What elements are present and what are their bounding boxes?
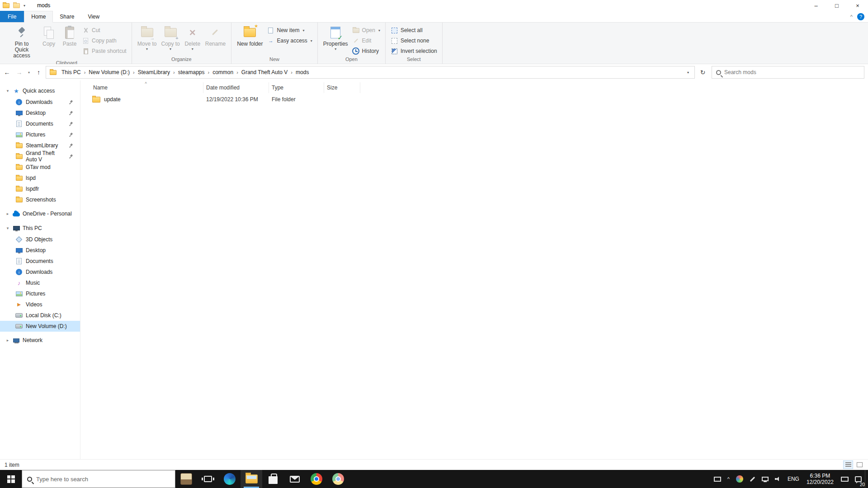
copy-button[interactable]: Copy xyxy=(39,24,59,48)
tray-display-button[interactable] xyxy=(711,470,724,488)
move-to-button[interactable]: → Move to ▾ xyxy=(136,24,159,52)
sidebar-item-lspdfr[interactable]: lspdfr xyxy=(0,183,80,194)
taskbar-search-box[interactable] xyxy=(22,470,175,488)
pin-to-quick-access-button[interactable]: Pin to Quick access xyxy=(5,24,38,60)
close-button[interactable]: × xyxy=(847,0,868,11)
breadcrumb-item-current[interactable]: mods xyxy=(292,66,312,78)
mail-button[interactable] xyxy=(284,470,306,488)
column-header-date-modified[interactable]: Date modified xyxy=(203,82,269,93)
task-view-button[interactable] xyxy=(197,470,219,488)
chevron-right-icon[interactable]: ▸ xyxy=(5,211,10,216)
up-button[interactable]: ↑ xyxy=(33,66,45,78)
edit-button[interactable]: Edit xyxy=(351,36,382,45)
sidebar-group-onedrive[interactable]: ▸ OneDrive - Personal xyxy=(0,208,80,220)
qat-customize-dropdown[interactable]: ▾ xyxy=(24,4,25,8)
cut-button[interactable]: Cut xyxy=(80,26,128,35)
select-none-button[interactable]: Select none xyxy=(389,36,439,45)
maximize-button[interactable]: □ xyxy=(826,0,847,11)
sidebar-item-videos[interactable]: ▶ Videos xyxy=(0,299,80,310)
tab-home[interactable]: Home xyxy=(24,11,53,23)
start-button[interactable] xyxy=(0,470,22,488)
select-all-button[interactable]: Select all xyxy=(389,26,439,35)
copy-path-button[interactable]: Copy path xyxy=(80,36,128,45)
search-input[interactable] xyxy=(724,69,860,75)
address-dropdown-icon[interactable]: ▾ xyxy=(684,70,693,75)
taskbar-clock[interactable]: 6:36 PM 12/20/2022 xyxy=(802,470,838,488)
breadcrumb-item[interactable]: SteamLibrary xyxy=(135,66,173,78)
tray-network-button[interactable] xyxy=(759,470,772,488)
search-box[interactable] xyxy=(712,66,864,79)
chevron-down-icon[interactable]: ▾ xyxy=(5,226,10,230)
history-button[interactable]: History xyxy=(351,47,382,56)
tab-file[interactable]: File xyxy=(0,11,24,22)
browser-secondary-button[interactable] xyxy=(327,470,349,488)
language-indicator[interactable]: ENG xyxy=(784,470,802,488)
minimize-ribbon-icon[interactable]: ^ xyxy=(850,14,853,19)
sidebar-item-pc-downloads[interactable]: ↓ Downloads xyxy=(0,267,80,277)
touch-keyboard-button[interactable] xyxy=(838,470,852,488)
chevron-down-icon[interactable]: ▾ xyxy=(5,89,10,93)
sidebar-item-steamlibrary[interactable]: SteamLibrary xyxy=(0,140,80,151)
new-item-button[interactable]: New item ▾ xyxy=(265,26,313,35)
tray-pen-button[interactable] xyxy=(746,470,759,488)
sidebar-group-quick-access[interactable]: ▾ ★ Quick access xyxy=(0,85,80,97)
sidebar-group-this-pc[interactable]: ▾ This PC xyxy=(0,222,80,234)
pinned-thumbnail-button[interactable] xyxy=(175,470,197,488)
sidebar-item-desktop[interactable]: Desktop xyxy=(0,108,80,118)
details-view-button[interactable] xyxy=(843,460,853,469)
sidebar-item-3d-objects[interactable]: 3D Objects xyxy=(0,234,80,245)
sidebar-item-local-disk-c[interactable]: Local Disk (C:) xyxy=(0,310,80,321)
copy-to-button[interactable]: + Copy to ▾ xyxy=(159,24,181,52)
sidebar-group-network[interactable]: ▸ Network xyxy=(0,334,80,346)
column-header-size[interactable]: Size xyxy=(324,82,360,93)
action-center-button[interactable]: 20 xyxy=(852,470,865,488)
show-desktop-button[interactable] xyxy=(865,470,868,488)
sidebar-item-gtav-mod[interactable]: GTav mod xyxy=(0,162,80,173)
easy-access-button[interactable]: → Easy access ▾ xyxy=(265,36,313,45)
sidebar-item-pictures[interactable]: Pictures xyxy=(0,129,80,140)
breadcrumb-item[interactable]: steamapps xyxy=(175,66,208,78)
store-button[interactable] xyxy=(262,470,284,488)
forward-button[interactable]: → xyxy=(13,66,25,78)
chrome-button[interactable] xyxy=(306,470,327,488)
qat-folder-icon[interactable] xyxy=(13,3,20,8)
edge-button[interactable] xyxy=(219,470,241,488)
sidebar-item-pc-documents[interactable]: Documents xyxy=(0,256,80,267)
sidebar-item-documents[interactable]: Documents xyxy=(0,118,80,129)
file-row-update[interactable]: update 12/19/2022 10:36 PM File folder xyxy=(90,93,868,106)
rename-button[interactable]: Rename xyxy=(203,24,227,48)
refresh-button[interactable]: ↻ xyxy=(697,66,709,78)
sidebar-item-lspd[interactable]: lspd xyxy=(0,173,80,183)
recent-locations-dropdown[interactable]: ▾ xyxy=(25,66,33,78)
breadcrumb-item[interactable]: This PC xyxy=(58,66,84,78)
help-icon[interactable]: ? xyxy=(857,13,864,20)
invert-selection-button[interactable]: Invert selection xyxy=(389,47,439,56)
hidden-icons-button[interactable]: ^ xyxy=(724,470,733,488)
sidebar-item-downloads[interactable]: ↓ Downloads xyxy=(0,97,80,108)
column-header-name[interactable]: ^ Name xyxy=(90,82,203,93)
tray-volume-button[interactable] xyxy=(772,470,784,488)
breadcrumb-item[interactable]: Grand Theft Auto V xyxy=(238,66,291,78)
open-button[interactable]: Open ▾ xyxy=(351,26,382,35)
sidebar-item-screenshots[interactable]: Screenshots xyxy=(0,194,80,205)
file-explorer-button[interactable] xyxy=(241,470,262,488)
sidebar-item-pc-desktop[interactable]: Desktop xyxy=(0,245,80,256)
delete-button[interactable]: × Delete ▾ xyxy=(183,24,203,52)
sidebar-item-music[interactable]: ♪ Music xyxy=(0,277,80,288)
tray-color-button[interactable] xyxy=(733,470,746,488)
minimize-button[interactable]: – xyxy=(806,0,826,11)
properties-button[interactable]: ✓ Properties ▾ xyxy=(321,24,350,52)
taskbar-search-input[interactable] xyxy=(36,476,170,483)
breadcrumb-item[interactable]: common xyxy=(209,66,236,78)
sidebar-item-pc-pictures[interactable]: Pictures xyxy=(0,288,80,299)
paste-shortcut-button[interactable]: Paste shortcut xyxy=(80,47,128,56)
column-header-type[interactable]: Type xyxy=(269,82,324,93)
paste-button[interactable]: Paste xyxy=(60,24,80,48)
back-button[interactable]: ← xyxy=(1,66,13,78)
thumbnails-view-button[interactable] xyxy=(854,460,864,469)
chevron-right-icon[interactable]: ▸ xyxy=(5,338,10,343)
tab-view[interactable]: View xyxy=(81,11,106,22)
sidebar-item-gta-v[interactable]: Grand Theft Auto V xyxy=(0,151,80,162)
new-folder-button[interactable]: ★ New folder xyxy=(235,24,264,48)
sidebar-item-new-volume-d[interactable]: New Volume (D:) xyxy=(0,321,80,332)
